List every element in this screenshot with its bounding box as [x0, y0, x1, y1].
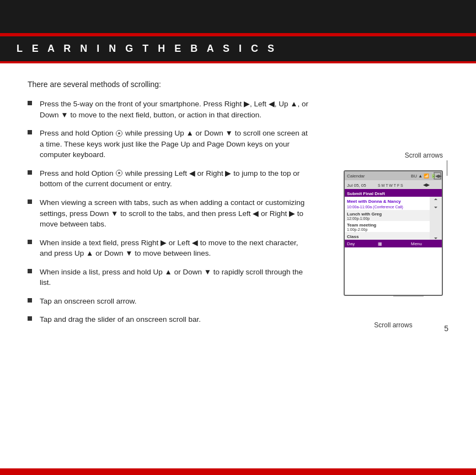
svg-text:Jul 05, 05: Jul 05, 05 — [347, 183, 366, 188]
svg-text:Lunch with Greg: Lunch with Greg — [347, 212, 382, 217]
bullet-icon — [28, 170, 32, 175]
svg-text:Calendar: Calendar — [347, 174, 365, 179]
svg-rect-30 — [345, 240, 442, 247]
bullet-icon — [28, 269, 32, 273]
intro-text: There are several methods of scrolling: — [28, 80, 448, 89]
bullet-icon — [28, 298, 32, 303]
bullet-text-4: When viewing a screen with tabs, such as… — [40, 197, 310, 230]
svg-text:12:00p-1:00p: 12:00p-1:00p — [347, 217, 370, 221]
option-icon — [116, 130, 122, 137]
svg-text:Meet with Donna & Nancy: Meet with Donna & Nancy — [347, 199, 401, 204]
svg-text:◀▶: ◀▶ — [423, 182, 430, 187]
bullet-icon — [28, 101, 32, 105]
svg-text:▦: ▦ — [378, 241, 382, 246]
top-bar — [0, 0, 476, 33]
bullet-icon — [28, 316, 32, 321]
bullet-icon — [28, 240, 32, 244]
svg-rect-19 — [430, 210, 442, 221]
title-bar: L E A R N I N G T H E B A S I C S — [0, 36, 476, 61]
bullet-text-1: Press the 5-way on the front of your sma… — [40, 99, 310, 120]
bullet-text-7: Tap an onscreen scroll arrow. — [40, 296, 137, 307]
svg-text:Menu: Menu — [411, 241, 422, 246]
bullet-icon — [28, 199, 32, 204]
svg-text:Class: Class — [347, 234, 359, 239]
scroll-arrows-label-bottom: Scroll arrows — [338, 321, 448, 329]
main-content: There are several methods of scrolling: … — [0, 63, 476, 344]
svg-text:Day: Day — [347, 241, 355, 246]
svg-text:10:00a-11:00a (Conference Call: 10:00a-11:00a (Conference Call) — [347, 205, 403, 209]
arrow-lines — [338, 296, 448, 318]
svg-text:Submit Final Draft: Submit Final Draft — [347, 191, 385, 196]
bullet-text-5: When inside a text field, press Right ▶ … — [40, 238, 310, 259]
option-icon — [116, 170, 122, 176]
svg-text:1:00p-2:00p: 1:00p-2:00p — [347, 228, 367, 232]
bullet-text-8: Tap and drag the slider of an onscreen s… — [40, 314, 201, 325]
bullet-text-6: When inside a list, press and hold Up ▲ … — [40, 267, 310, 288]
scroll-arrows-label-top: Scroll arrows — [338, 152, 448, 159]
bullet-icon — [28, 130, 32, 134]
page-title: L E A R N I N G T H E B A S I C S — [17, 43, 277, 55]
svg-rect-23 — [430, 221, 442, 232]
svg-text:◀▶: ◀▶ — [435, 174, 442, 179]
bottom-red-bar — [0, 468, 476, 475]
page-number: 5 — [444, 324, 448, 333]
svg-text:Team meeting: Team meeting — [347, 223, 376, 228]
svg-text:S M T W T F S: S M T W T F S — [378, 183, 403, 187]
screenshot-container: Scroll arrows Calendar BU ▲ 📶 🔋 ◀▶ Jul 0… — [338, 152, 448, 329]
bullet-text-2: Press and hold Option while pressing Up … — [40, 128, 310, 160]
list-item: Press the 5-way on the front of your sma… — [28, 99, 448, 120]
calendar-screenshot: Calendar BU ▲ 📶 🔋 ◀▶ Jul 05, 05 S M T W … — [344, 170, 443, 296]
svg-text:BU ▲ 📶 🔋: BU ▲ 📶 🔋 — [411, 173, 436, 179]
bullet-text-3: Press and hold Option while pressing Lef… — [40, 168, 310, 190]
